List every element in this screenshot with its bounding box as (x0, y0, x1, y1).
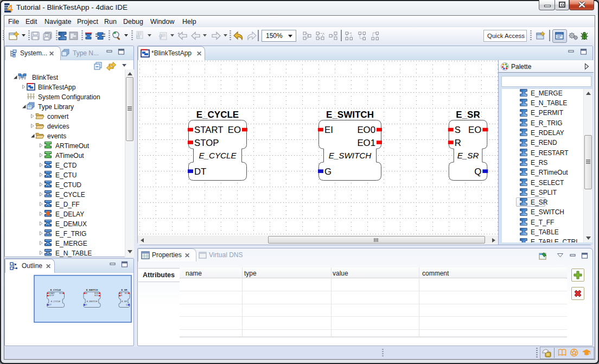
svg-text:E_CYCLE: E_CYCLE (51, 301, 61, 303)
svg-text:Q: Q (474, 167, 481, 177)
svg-text:R: R (455, 138, 461, 148)
svg-text:EO1: EO1 (357, 138, 375, 148)
svg-text:EO: EO (228, 125, 241, 135)
svg-text:EO0: EO0 (357, 125, 375, 135)
svg-text:E_CYCLE: E_CYCLE (50, 289, 61, 291)
svg-text:E_CYCLE: E_CYCLE (196, 110, 239, 120)
svg-text:EO: EO (125, 292, 128, 295)
svg-text:E_SR: E_SR (456, 110, 480, 120)
svg-text:E_SWITCH: E_SWITCH (329, 151, 372, 160)
svg-text:DT: DT (194, 167, 206, 177)
svg-text:STOP: STOP (194, 138, 219, 148)
svg-text:EI: EI (86, 292, 87, 295)
svg-text:G: G (86, 304, 87, 306)
svg-text:E_SR: E_SR (122, 289, 128, 291)
svg-text:Q: Q (126, 304, 128, 306)
svg-text:EO1: EO1 (94, 295, 98, 297)
svg-text:EO: EO (468, 125, 481, 135)
svg-text:4: 4 (8, 3, 14, 12)
svg-text:E_SWITCH: E_SWITCH (326, 110, 374, 120)
svg-text:E_SR: E_SR (457, 151, 479, 160)
svg-text:EO: EO (60, 292, 62, 295)
svg-text:E_CYCLE: E_CYCLE (199, 151, 237, 160)
svg-text:E_SR: E_SR (122, 301, 127, 303)
svg-text:G: G (324, 167, 332, 177)
svg-text:E_SWITCH: E_SWITCH (87, 301, 98, 303)
svg-text:EI: EI (324, 125, 333, 135)
svg-text:E_SWITCH: E_SWITCH (86, 289, 98, 291)
svg-text:START: START (194, 125, 223, 135)
svg-text:DT: DT (49, 304, 52, 306)
svg-text:S: S (455, 125, 461, 135)
svg-text:STOP: STOP (49, 295, 54, 297)
svg-text:START: START (49, 292, 55, 295)
svg-text:EO0: EO0 (94, 292, 98, 295)
